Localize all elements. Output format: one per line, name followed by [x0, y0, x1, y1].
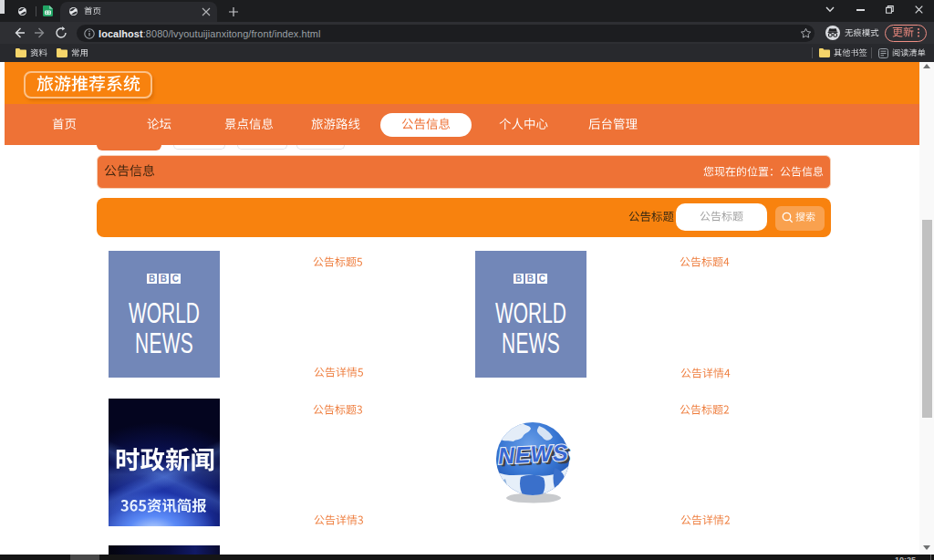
svg-text:NEWS: NEWS [497, 440, 568, 469]
